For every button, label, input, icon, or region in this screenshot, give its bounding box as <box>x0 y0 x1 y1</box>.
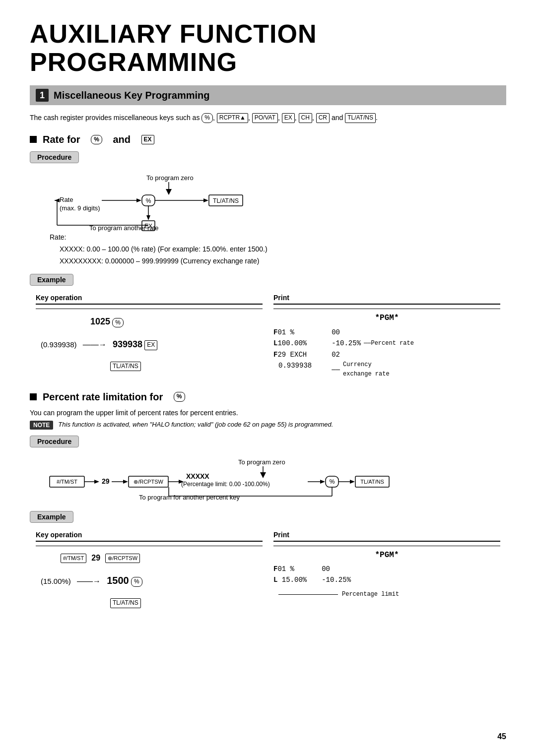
print-block-1: *PGM* F01 % L100.00% F29 EXCH 0.939938 0… <box>273 312 500 379</box>
key-cr: CR <box>316 113 330 123</box>
print-currency-row: —— Currencyexchange rate <box>332 360 414 379</box>
rate-info-line-1: XXXXX: 0.00 – 100.00 (% rate) (For examp… <box>50 244 506 255</box>
print-minus1025: -10.25% <box>332 338 361 349</box>
section-label: Miscellaneous Key Programming <box>54 90 210 101</box>
tms-key: #/TM/ST <box>57 479 77 485</box>
percent-key-percent: % <box>174 392 185 402</box>
note-box: NOTE This function is activated, when "H… <box>30 421 506 430</box>
num-29: 29 <box>102 477 110 485</box>
key-tmst-2: #/TM/ST <box>61 554 86 563</box>
procedure-diagram-2: To program zero #/TM/ST 29 ⊗/RCPTSW XXXX… <box>50 457 506 506</box>
example-badge-1: Example <box>30 274 73 286</box>
key-op-area-2: #/TM/ST 29 ⊗/RCPTSW (15.00%) ——→ 1500 % … <box>36 549 263 611</box>
rate-key-ex: EX <box>141 135 154 145</box>
print-left-col-2: F01 % L 15.00% <box>273 564 307 586</box>
key-op-percent-1: % <box>112 318 124 328</box>
example-badge-2: Example <box>30 511 73 523</box>
print-block-2: *PGM* F01 % L 15.00% 00 -10.25% <box>273 549 500 600</box>
section-number: 1 <box>36 89 49 102</box>
key-tlat: TL/AT/NS <box>345 113 376 123</box>
procedure-badge-1: Procedure <box>30 151 79 163</box>
rate-subsection-title: Rate for % and EX <box>30 134 506 145</box>
key-op-column-2: Key operation #/TM/ST 29 ⊗/RCPTSW (15.00… <box>31 528 268 614</box>
print-right-col-2: 00 -10.25% <box>322 564 351 586</box>
rate-info-label: Rate: <box>50 232 506 244</box>
key-op-row-2-3: TL/AT/NS <box>110 594 263 611</box>
svg-marker-28 <box>350 480 355 484</box>
key-ex: EX <box>282 113 295 123</box>
example-table-1: Key operation 1025 % (0.939938) ——→ 9399… <box>30 290 506 383</box>
percent-key-diagram-2: % <box>330 478 335 485</box>
rate-key-percent: % <box>91 135 102 145</box>
percent-description: You can program the upper limit of perce… <box>30 409 506 417</box>
print-f29: F29 EXCH <box>273 349 312 360</box>
to-program-zero-2: To program zero <box>238 458 285 466</box>
key-op-ex-1: EX <box>144 340 157 350</box>
print-column-2: Print *PGM* F01 % L 15.00% 00 -10.25% <box>268 528 505 614</box>
print-currency-dash: —— <box>332 364 340 375</box>
print-minus1025-2: -10.25% <box>322 574 351 585</box>
print-left-col-1: F01 % L100.00% F29 EXCH 0.939938 <box>273 327 312 379</box>
percentage-limit: (Percentage limit: 0.00 -100.00%) <box>181 481 270 488</box>
key-rcptra: RCPTR▲ <box>217 113 248 123</box>
percent-subsection-title: Percent rate limitation for % <box>30 391 506 403</box>
print-02: 02 <box>332 349 414 360</box>
key-op-939938: 939938 <box>113 339 142 349</box>
key-op-column-1: Key operation 1025 % (0.939938) ——→ 9399… <box>31 291 268 382</box>
print-annotation-percent: ——Percent rate <box>364 339 414 348</box>
key-op-1500: 1500 <box>107 575 129 586</box>
xxxxx-label: XXXXX <box>186 472 209 480</box>
procedure-diagram-1: To program zero Rate (max. 9 digits) % T… <box>50 173 506 227</box>
key-op-row-2-1: #/TM/ST 29 ⊗/RCPTSW <box>61 549 263 567</box>
print-f01-2: F01 % <box>273 564 307 574</box>
svg-marker-18 <box>94 480 99 484</box>
key-op-tlat-2: TL/AT/NS <box>110 598 141 608</box>
percent-key-diagram: % <box>146 197 151 204</box>
procedure-badge-2: Procedure <box>30 436 79 447</box>
key-op-1025: 1025 <box>90 316 110 326</box>
example-table-2: Key operation #/TM/ST 29 ⊗/RCPTSW (15.00… <box>30 527 506 615</box>
key-op-area-1: 1025 % (0.939938) ——→ 939938 EX TL/AT/NS <box>36 312 263 374</box>
rate-info: Rate: XXXXX: 0.00 – 100.00 (% rate) (For… <box>50 232 506 267</box>
svg-marker-8 <box>146 215 150 220</box>
print-currency-val: 0.939938 <box>278 360 312 371</box>
rate-info-line-2: XXXXXXXXX: 0.000000 – 999.999999 (Curren… <box>50 255 506 267</box>
key-op-row-2: (0.939938) ——→ 939938 EX <box>41 335 263 355</box>
key-op-row-1: 1025 % <box>90 312 263 332</box>
key-povat: PO/VAT <box>252 113 278 123</box>
pgm-title-1: *PGM* <box>273 312 500 325</box>
print-l100: L100.00% <box>273 338 312 349</box>
to-program-another-2: To program for another percent key <box>139 494 240 501</box>
svg-marker-20 <box>123 480 128 484</box>
key-op-paren-2: (15.00%) <box>41 577 71 585</box>
print-l1500: L 15.00% <box>273 574 307 585</box>
rcptsw-key: ⊗/RCPTSW <box>134 479 163 485</box>
key-op-row-3: TL/AT/NS <box>110 358 263 374</box>
to-program-zero-label: To program zero <box>146 174 194 182</box>
print-annotation-2: Percentage limit <box>278 590 500 599</box>
key-op-percent-2: % <box>131 577 142 587</box>
tlat-key-diagram: TL/AT/NS <box>213 197 239 204</box>
max-digits: (max. 9 digits) <box>60 204 100 212</box>
svg-marker-25 <box>320 480 325 484</box>
key-percent: % <box>201 113 213 123</box>
rate-section: Rate for % and EX Procedure To program z… <box>30 134 506 383</box>
print-right-col-1: 00 -10.25% ——Percent rate 02 —— Currency… <box>332 327 414 379</box>
bullet-icon-2 <box>30 393 37 400</box>
rate-title-text: Rate for <box>43 134 80 145</box>
bullet-icon <box>30 136 37 143</box>
page-number: 45 <box>497 732 506 741</box>
rate-label: Rate <box>60 196 73 203</box>
print-column-1: Print *PGM* F01 % L100.00% F29 EXCH 0.93… <box>268 291 505 382</box>
svg-marker-2 <box>136 198 141 202</box>
print-annotation-percent-limit: Percentage limit <box>342 590 399 599</box>
flow-diagram-svg-1: To program zero Rate (max. 9 digits) % T… <box>50 173 328 225</box>
key-op-header-2: Key operation <box>36 531 263 542</box>
note-text: This function is activated, when "HALO f… <box>58 421 333 428</box>
key-op-paren: (0.939938) <box>41 340 77 349</box>
pgm-title-2: *PGM* <box>273 549 500 562</box>
key-rcptsw-2: ⊗/RCPTSW <box>105 554 140 563</box>
print-00-2: 00 <box>322 564 351 574</box>
key-op-header-1: Key operation <box>36 294 263 305</box>
key-ch: CH <box>299 113 312 123</box>
